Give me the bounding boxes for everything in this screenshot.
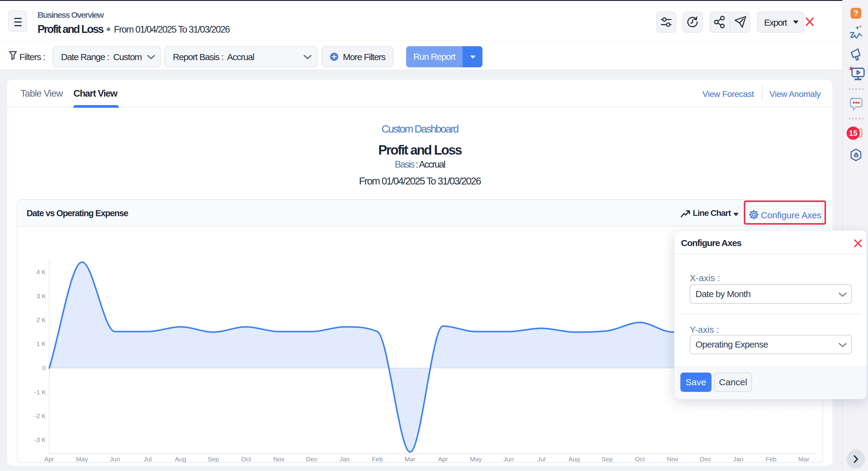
svg-text:Feb: Feb [766,456,776,462]
svg-text:May: May [470,456,482,462]
svg-text:Jul: Jul [537,456,546,462]
svg-text:Dec: Dec [700,456,711,462]
svg-text:May: May [76,456,88,462]
svg-text:1 K: 1 K [36,340,46,347]
svg-text:Nov: Nov [273,456,285,462]
svg-text:4 K: 4 K [36,268,46,275]
svg-text:Sep: Sep [208,456,219,462]
svg-text:2 K: 2 K [36,316,46,323]
svg-text:Aug: Aug [175,456,186,462]
svg-text:Mar: Mar [799,456,809,462]
svg-text:-2 K: -2 K [34,412,46,419]
svg-text:Jun: Jun [503,456,514,462]
svg-text:Apr: Apr [438,456,448,462]
svg-text:0: 0 [42,364,46,371]
svg-text:Oct: Oct [241,456,251,462]
svg-text:Oct: Oct [635,456,645,462]
svg-text:Jan: Jan [733,456,744,462]
svg-text:Feb: Feb [372,456,383,462]
svg-text:Dec: Dec [306,456,317,462]
svg-text:Apr: Apr [44,456,54,462]
svg-text:Jan: Jan [339,456,349,462]
svg-text:Jul: Jul [144,456,152,462]
svg-text:-3 K: -3 K [34,436,46,443]
svg-text:Mar: Mar [405,456,416,462]
svg-text:-1 K: -1 K [34,389,46,396]
svg-text:Aug: Aug [568,456,580,462]
svg-text:3 K: 3 K [36,293,46,300]
svg-text:Nov: Nov [667,456,679,462]
svg-text:Sep: Sep [601,456,613,462]
svg-text:Jun: Jun [110,456,120,462]
